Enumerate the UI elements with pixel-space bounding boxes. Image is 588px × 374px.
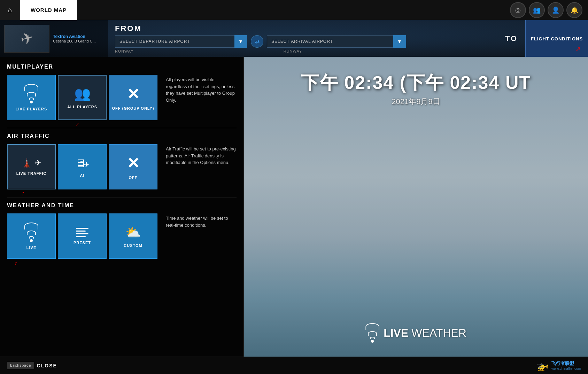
right-panel: 下午 02:34 (下午 02:34 UT 2021年9月9日 LIVE WEA… <box>244 57 588 357</box>
aircraft-model: Cessna 208 B Grand C... <box>53 39 104 43</box>
live-weather-badge: LIVE WEATHER <box>365 323 466 343</box>
air-traffic-off-label: OFF <box>129 176 138 180</box>
all-players-icon: 👥 <box>74 86 91 101</box>
departure-airport-select[interactable]: SELECT DEPARTURE AIRPORT ▼ <box>115 35 247 48</box>
route-section: FROM SELECT DEPARTURE AIRPORT ▼ ⇄ SELECT… <box>108 20 497 57</box>
left-panel: MULTIPLAYER LIVE <box>0 57 244 357</box>
all-players-label: ALL PLAYERS <box>67 105 97 109</box>
departure-row: SELECT DEPARTURE AIRPORT ▼ ⇄ SELECT ARRI… <box>115 35 490 48</box>
live-players-card[interactable]: LIVE PLAYERS <box>7 75 56 120</box>
watermark: 🚁 飞行者联盟 www.chinaflier.com <box>536 360 581 371</box>
backspace-key: Backspace <box>7 362 34 369</box>
flight-header: ✈ Textron Aviation Cessna 208 B Grand C.… <box>0 20 588 57</box>
live-weather-arrow: ↑ <box>14 259 18 267</box>
flight-conditions-section[interactable]: FLIGHT CONDITIONS ↗ <box>525 20 588 57</box>
multiplayer-description: All players will be visible regardless o… <box>162 76 237 103</box>
live-label: LIVE <box>26 246 36 250</box>
custom-card[interactable]: ⛅ CUSTOM <box>109 213 157 259</box>
ai-card[interactable]: 🖥✈ AI <box>58 144 107 189</box>
datetime-overlay: 下午 02:34 (下午 02:34 UT 2021年9月9日 <box>244 71 588 107</box>
air-traffic-description: Air Traffic will be set to pre-existing … <box>162 146 237 166</box>
air-traffic-section-title: AIR TRAFFIC <box>7 133 237 139</box>
custom-icon: ⛅ <box>125 225 141 240</box>
flight-conditions-text: FLIGHT CONDITIONS <box>531 36 583 41</box>
live-traffic-card[interactable]: 🗼✈ LIVE TRAFFIC ↑ <box>7 144 56 189</box>
bottom-bar: Backspace CLOSE 🚁 飞行者联盟 www.chinaflier.c… <box>0 357 588 374</box>
top-navigation: ⌂ WORLD MAP ◎ 👥 👤 🔔 <box>0 0 588 20</box>
air-traffic-options-row: 🗼✈ LIVE TRAFFIC ↑ 🖥✈ AI ✕ <box>7 144 237 192</box>
live-players-icon <box>24 84 38 103</box>
live-players-label: LIVE PLAYERS <box>16 107 47 111</box>
arrival-select-text: SELECT ARRIVAL AIRPORT <box>271 39 393 44</box>
all-players-arrow: ↑ <box>74 120 80 128</box>
live-traffic-arrow: ↑ <box>21 189 25 197</box>
departure-runway-label: RUNWAY <box>115 49 134 53</box>
live-weather-card[interactable]: LIVE ↑ <box>7 213 56 259</box>
multiplayer-options-row: LIVE PLAYERS 👥 ALL PLAYERS ↑ ✕ OFF (GROU… <box>7 75 237 123</box>
air-traffic-off-card[interactable]: ✕ OFF <box>109 144 157 189</box>
notifications-icon-button[interactable]: 🔔 <box>566 2 582 18</box>
off-group-only-icon: ✕ <box>127 85 140 103</box>
live-weather-text: LIVE WEATHER <box>384 327 466 340</box>
target-icon-button[interactable]: ◎ <box>510 2 526 18</box>
weather-time-description: Time and weather will be set to real-tim… <box>162 215 237 228</box>
multiplayer-cards: LIVE PLAYERS 👥 ALL PLAYERS ↑ ✕ OFF (GROU… <box>7 75 157 120</box>
live-traffic-label: LIVE TRAFFIC <box>16 171 47 176</box>
weather-time-options-row: LIVE ↑ PRESET <box>7 213 237 262</box>
all-players-card[interactable]: 👥 ALL PLAYERS ↑ <box>58 75 107 120</box>
off-group-only-card[interactable]: ✕ OFF (GROUP ONLY) <box>109 75 157 120</box>
live-weather-icon <box>24 223 38 242</box>
custom-label: CUSTOM <box>124 243 142 248</box>
from-label: FROM <box>115 24 490 33</box>
profile-icon-button[interactable]: 👤 <box>548 2 564 18</box>
watermark-url: www.chinaflier.com <box>551 367 581 371</box>
arrival-runway-label: RUNWAY <box>284 49 302 53</box>
watermark-icon: 🚁 <box>536 360 549 371</box>
nav-icon-group: ◎ 👥 👤 🔔 <box>510 2 588 18</box>
off-group-only-label: OFF (GROUP ONLY) <box>112 106 154 110</box>
ai-label: AI <box>80 173 85 178</box>
air-traffic-off-icon: ✕ <box>127 154 140 172</box>
close-label: CLOSE <box>37 363 57 368</box>
home-button[interactable]: ⌂ <box>0 0 20 20</box>
watermark-text: 飞行者联盟 <box>551 360 581 367</box>
divider-1 <box>7 128 237 128</box>
live-traffic-icon: 🗼✈ <box>22 158 41 168</box>
divider-2 <box>7 197 237 197</box>
multiplayer-section-title: MULTIPLAYER <box>7 64 237 70</box>
aircraft-info: Textron Aviation Cessna 208 B Grand C... <box>53 34 104 43</box>
departure-select-text: SELECT DEPARTURE AIRPORT <box>119 39 234 44</box>
aircraft-brand: Textron Aviation <box>53 34 104 39</box>
preset-card[interactable]: PRESET <box>58 213 107 259</box>
departure-dropdown-arrow[interactable]: ▼ <box>234 35 247 48</box>
arrival-airport-select[interactable]: SELECT ARRIVAL AIRPORT ▼ <box>267 35 406 48</box>
group-icon-button[interactable]: 👥 <box>529 2 545 18</box>
departure-col: SELECT DEPARTURE AIRPORT ▼ ⇄ SELECT ARRI… <box>115 35 490 53</box>
aircraft-section: ✈ Textron Aviation Cessna 208 B Grand C.… <box>0 20 108 57</box>
datetime-date: 2021年9月9日 <box>244 96 588 107</box>
datetime-main: 下午 02:34 (下午 02:34 UT <box>244 71 588 95</box>
close-button[interactable]: Backspace CLOSE <box>7 362 57 369</box>
route-columns: SELECT DEPARTURE AIRPORT ▼ ⇄ SELECT ARRI… <box>115 35 490 53</box>
red-arrow-annotation: ↗ <box>575 45 581 53</box>
arrival-dropdown-arrow[interactable]: ▼ <box>393 35 406 48</box>
world-map-tab[interactable]: WORLD MAP <box>20 0 77 20</box>
swap-airports-button[interactable]: ⇄ <box>251 35 263 48</box>
air-traffic-cards: 🗼✈ LIVE TRAFFIC ↑ 🖥✈ AI ✕ <box>7 144 157 189</box>
aircraft-image: ✈ <box>4 25 49 53</box>
main-content: MULTIPLAYER LIVE <box>0 57 588 357</box>
to-section: TO <box>497 20 525 57</box>
preset-icon <box>76 228 88 237</box>
weather-time-cards: LIVE ↑ PRESET <box>7 213 157 259</box>
aircraft-plane-icon: ✈ <box>18 28 36 49</box>
to-label: TO <box>505 34 518 43</box>
live-weather-signal-icon <box>365 323 379 343</box>
weather-time-section-title: WEATHER AND TIME <box>7 202 237 209</box>
preset-label: PRESET <box>74 241 91 245</box>
ai-icon: 🖥✈ <box>75 156 90 170</box>
